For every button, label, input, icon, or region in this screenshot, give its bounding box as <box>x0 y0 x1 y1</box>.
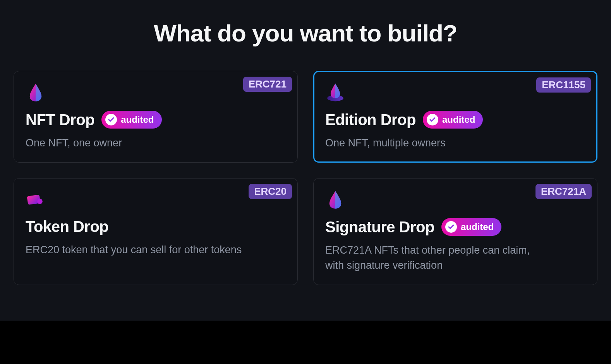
checkmark-icon <box>427 114 438 125</box>
card-title: Signature Drop <box>325 218 434 236</box>
card-token-drop[interactable]: ERC20 Token Drop <box>14 178 298 285</box>
audited-label: audited <box>121 114 154 125</box>
card-nft-drop[interactable]: ERC721 NFT Drop <box>14 71 298 163</box>
card-edition-drop[interactable]: ERC1155 <box>313 71 597 163</box>
card-description: ERC721A NFTs that other people can claim… <box>325 243 550 273</box>
checkmark-icon <box>445 221 457 233</box>
svg-point-2 <box>37 199 43 204</box>
audited-badge: audited <box>441 218 501 236</box>
token-standard-badge: ERC20 <box>249 184 292 199</box>
audited-badge: audited <box>423 111 483 129</box>
card-description: One NFT, one owner <box>26 136 250 151</box>
card-title: NFT Drop <box>26 111 94 129</box>
card-icon <box>26 189 46 209</box>
card-title: Edition Drop <box>325 111 416 129</box>
card-grid: ERC721 NFT Drop <box>14 71 597 285</box>
drop-icon <box>325 189 345 209</box>
card-description: One NFT, multiple owners <box>325 136 550 151</box>
token-standard-badge: ERC721 <box>243 77 292 92</box>
drop-disc-icon <box>325 82 345 102</box>
footer-bar <box>0 321 611 364</box>
audited-label: audited <box>461 221 494 232</box>
audited-badge: audited <box>101 111 161 129</box>
token-standard-badge: ERC1155 <box>536 77 591 93</box>
audited-label: audited <box>442 114 475 125</box>
card-description: ERC20 token that you can sell for other … <box>26 242 250 258</box>
page-title: What do you want to build? <box>14 19 597 47</box>
token-standard-badge: ERC721A <box>535 184 592 199</box>
checkmark-icon <box>105 114 117 125</box>
drop-icon <box>26 82 46 102</box>
card-signature-drop[interactable]: ERC721A Signature Drop <box>313 178 597 285</box>
card-title: Token Drop <box>26 218 108 235</box>
